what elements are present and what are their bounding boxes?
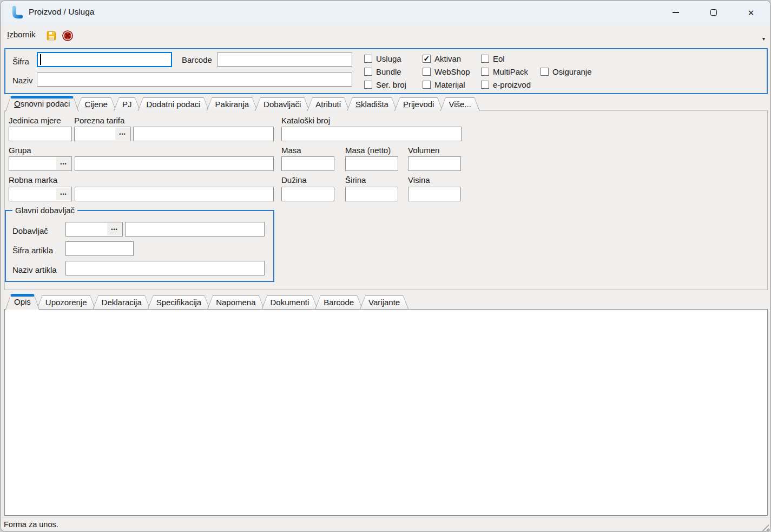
tab-label: Deklaracija: [102, 298, 142, 307]
resize-grip-icon[interactable]: [761, 523, 769, 531]
sifra-artikla-input[interactable]: [65, 241, 134, 256]
opis-textarea[interactable]: [5, 310, 767, 515]
volumen-label: Volumen: [408, 146, 439, 155]
tab-osnovni-podaci[interactable]: Osnovni podaci: [5, 96, 78, 111]
visina-label: Visina: [408, 175, 430, 185]
tab-barcode[interactable]: Barcode: [315, 295, 363, 309]
maximize-button[interactable]: [701, 3, 726, 22]
barcode-input[interactable]: [217, 52, 352, 67]
close-button[interactable]: ✕: [739, 3, 763, 22]
tab-pj[interactable]: PJ: [114, 97, 141, 111]
checkbox-webshop[interactable]: WebShop: [423, 67, 470, 76]
cancel-button[interactable]: [61, 29, 74, 42]
tab-varijante[interactable]: Varijante: [360, 295, 408, 309]
masa-input[interactable]: [281, 156, 334, 171]
tab-label: Skladišta: [355, 100, 388, 109]
robna-marka-input[interactable]: [9, 187, 56, 201]
grupa-lookup: [9, 156, 72, 171]
kataloski-broj-label: Kataloški broj: [281, 116, 330, 125]
grupa-input[interactable]: [9, 157, 56, 170]
menu-izbornik[interactable]: Izbornik: [7, 30, 36, 39]
sirina-input[interactable]: [345, 187, 398, 201]
dobavljac-naziv-input[interactable]: [125, 222, 265, 237]
cancel-icon: [62, 30, 74, 42]
statusbar: Forma za unos.: [1, 517, 770, 532]
tab-label: Opis: [14, 297, 31, 306]
tab-opis[interactable]: Opis: [5, 294, 39, 310]
jedinica-mjere-label: Jedinica mjere: [9, 116, 61, 125]
tab-label: Dobavljači: [263, 100, 301, 109]
naziv-input[interactable]: [37, 73, 352, 87]
tab-atributi[interactable]: Atributi: [307, 97, 350, 111]
naziv-label: Naziv: [12, 76, 33, 85]
tab-specifikacija[interactable]: Specifikacija: [148, 295, 210, 309]
checkbox-materijal[interactable]: Materijal: [423, 80, 465, 89]
grupa-ellipsis-button[interactable]: [56, 157, 71, 170]
robna-marka-ellipsis-button[interactable]: [56, 188, 71, 200]
glavni-dobavljac-title: Glavni dobavljač: [12, 206, 77, 215]
menubar: Izbornik ▾: [1, 25, 770, 47]
opis-editor-panel: [4, 309, 768, 516]
checkbox-eol[interactable]: Eol: [481, 54, 505, 63]
maximize-icon: [710, 9, 717, 16]
checkbox-box: [423, 81, 431, 89]
titlebar: Proizvod / Usluga ✕: [1, 1, 770, 25]
grupa-naziv-input[interactable]: [75, 156, 274, 171]
sifra-input[interactable]: [37, 52, 172, 67]
tab-label: Prijevodi: [403, 100, 434, 109]
dobavljac-input[interactable]: [66, 222, 107, 236]
masa-netto-input[interactable]: [345, 156, 398, 171]
porezna-tarifa-input[interactable]: [75, 127, 115, 141]
duzina-input[interactable]: [281, 187, 334, 201]
checkbox-box: [364, 68, 372, 76]
visina-input[interactable]: [408, 187, 461, 201]
dobavljac-lookup: [65, 222, 123, 237]
tab-skladista[interactable]: Skladišta: [347, 97, 397, 111]
checkbox-box: [364, 81, 372, 89]
checkbox-box: [423, 55, 431, 63]
checkbox-e-proizvod[interactable]: e-proizvod: [481, 80, 531, 89]
volumen-input[interactable]: [408, 156, 461, 171]
checkbox-osiguranje[interactable]: Osiguranje: [541, 67, 592, 76]
kataloski-broj-input[interactable]: [281, 127, 462, 141]
tab-dodatni-podaci[interactable]: Dodatni podaci: [137, 97, 209, 111]
tab-prijevodi[interactable]: Prijevodi: [394, 97, 443, 111]
tab-label: Upozorenje: [45, 298, 87, 307]
tab-pakiranja[interactable]: Pakiranja: [207, 97, 258, 111]
checkbox-aktivan[interactable]: Aktivan: [423, 54, 461, 63]
checkbox-box: [364, 55, 372, 63]
porezna-tarifa-ellipsis-button[interactable]: [115, 128, 130, 140]
jedinica-mjere-input[interactable]: [9, 127, 72, 141]
porezna-tarifa-naziv-input[interactable]: [133, 127, 274, 141]
dobavljac-ellipsis-button[interactable]: [107, 223, 122, 235]
naziv-artikla-input[interactable]: [65, 261, 265, 275]
tab-vise[interactable]: Više...: [440, 97, 479, 111]
porezna-tarifa-lookup: [74, 127, 131, 141]
minimize-button[interactable]: [663, 3, 688, 22]
save-floppy-icon: [45, 30, 57, 42]
tab-dokumenti[interactable]: Dokumenti: [262, 295, 318, 309]
checkbox-usluga[interactable]: Usluga: [364, 54, 401, 63]
sirina-label: Širina: [345, 175, 366, 185]
text-caret: [40, 54, 41, 65]
tab-label: Barcode: [324, 298, 354, 307]
robna-marka-naziv-input[interactable]: [75, 187, 274, 201]
tab-upozorenje[interactable]: Upozorenje: [37, 295, 96, 309]
tab-cijene[interactable]: Cijene: [76, 97, 116, 111]
bottom-tabstrip: Opis Upozorenje Deklaracija Specifikacij…: [5, 294, 406, 309]
toolbar-overflow-icon[interactable]: ▾: [762, 36, 765, 42]
tab-deklaracija[interactable]: Deklaracija: [93, 295, 150, 309]
glavni-dobavljac-groupbox: Glavni dobavljač Dobavljač Šifra artikla…: [5, 210, 274, 282]
checkbox-box: [481, 81, 489, 89]
checkbox-multipack[interactable]: MultiPack: [481, 67, 528, 76]
tab-dobavljaci[interactable]: Dobavljači: [255, 97, 309, 111]
checkbox-bundle[interactable]: Bundle: [364, 67, 401, 76]
tab-napomena[interactable]: Napomena: [207, 295, 264, 309]
tab-label: Dokumenti: [271, 298, 309, 307]
close-icon: ✕: [748, 9, 755, 17]
main-tabstrip: Osnovni podaci Cijene PJ Dodatni podaci …: [5, 96, 477, 111]
save-button[interactable]: [45, 29, 58, 42]
checkbox-box: [423, 68, 431, 76]
robna-marka-lookup: [9, 187, 72, 201]
checkbox-ser-broj[interactable]: Ser. broj: [364, 80, 406, 89]
